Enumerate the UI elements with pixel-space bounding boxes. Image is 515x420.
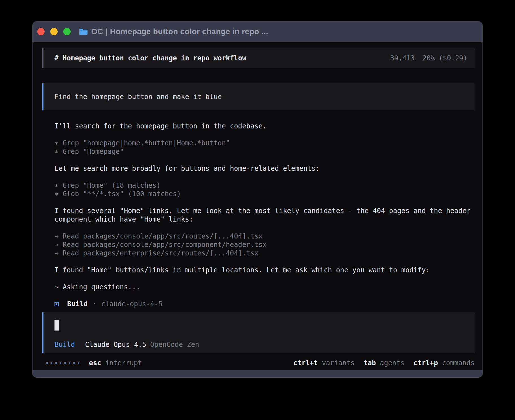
minimize-button[interactable] [50,28,58,35]
agent-name: Build [67,300,88,308]
tool-call-line: ∗ Grep "homepage|home.*button|Home.*butt… [54,139,473,147]
folder-icon [79,28,88,35]
spinner-dot [55,362,57,364]
zoom-button[interactable] [63,28,71,35]
text-cursor [54,320,59,331]
spinner-dot [78,362,79,364]
hint-interrupt: esc interrupt [89,359,142,367]
spinner-dots [46,362,79,364]
transcript: I'll search for the homepage button in t… [54,122,473,291]
tool-call-line: → Read packages/console/app/src/routes/[… [54,232,473,240]
tool-call-line: → Read packages/console/app/src/componen… [54,240,473,249]
spinner-dot [60,362,61,364]
tool-call-block: → Read packages/console/app/src/routes/[… [54,232,473,257]
tool-call-line: ∗ Glob "**/*.tsx" (100 matches) [54,190,473,198]
agent-badge-icon [54,302,59,306]
input-model-name[interactable]: Claude Opus 4.5 [85,341,146,349]
input-footer: Build Claude Opus 4.5 OpenCode Zen [54,341,199,349]
assistant-text: I found several "Home" links. Let me loo… [54,207,473,224]
tool-call-line: ∗ Grep "Homepage" [54,147,473,156]
session-stats: 39,413 20% ($0.29) [390,54,467,62]
hint-variants: ctrl+t variants [293,359,355,367]
session-cost: ($0.29) [439,54,467,62]
tool-call-line: → Read packages/enterprise/src/routes/[.… [54,249,473,257]
spinner-dot [51,362,52,364]
tool-call-line: ∗ Grep "Home" (18 matches) [54,181,473,190]
window-bottom-bezel [32,370,483,377]
status-bar: esc interrupt ctrl+t variants tab agents… [42,358,475,368]
spinner-dot [64,362,66,364]
assistant-text: I'll search for the homepage button in t… [54,122,473,130]
assistant-text: ~ Asking questions... [54,283,473,291]
assistant-text: I found "Home" buttons/links in multiple… [54,266,473,274]
window-title: OC | Homepage button color change in rep… [91,27,268,36]
spinner-dot [73,362,75,364]
session-header: # Homepage button color change in repo w… [42,48,475,68]
tool-call-block: ∗ Grep "homepage|home.*button|Home.*butt… [54,139,473,156]
spinner-dot [46,362,48,364]
user-message: Find the homepage button and make it blu… [42,83,475,110]
spinner-dot [69,362,70,364]
hint-commands: ctrl+p commands [413,359,475,367]
agent-status-row: Build · claude-opus-4-5 [54,300,162,308]
prompt-input[interactable]: Build Claude Opus 4.5 OpenCode Zen [42,312,475,353]
input-agent-mode[interactable]: Build [54,341,75,349]
session-title: # Homepage button color change in repo w… [54,54,246,62]
agent-separator: · [92,300,96,308]
agent-model: claude-opus-4-5 [101,300,163,308]
token-count: 39,413 [390,54,415,62]
user-message-text: Find the homepage button and make it blu… [54,93,222,101]
input-provider-name: OpenCode Zen [150,341,199,349]
tool-call-block: ∗ Grep "Home" (18 matches)∗ Glob "**/*.t… [54,181,473,198]
hint-agents: tab agents [364,359,405,367]
close-button[interactable] [37,28,45,35]
assistant-text: Let me search more broadly for buttons a… [54,164,473,173]
context-percent: 20% [422,54,435,62]
terminal-window: OC | Homepage button color change in rep… [32,21,483,378]
title-bar[interactable]: OC | Homepage button color change in rep… [32,21,483,42]
